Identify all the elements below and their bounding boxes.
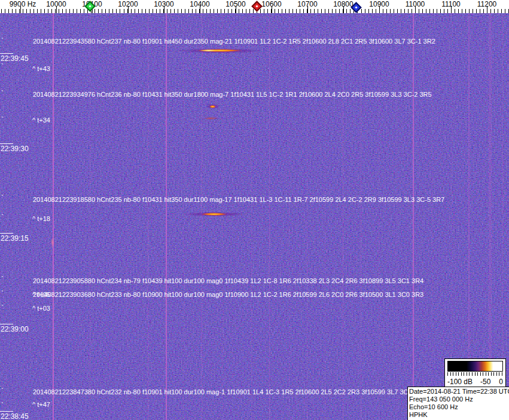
- ruler-minor-tick: [44, 9, 45, 13]
- ruler-minor-tick: [314, 9, 315, 13]
- time-tick: [0, 53, 13, 54]
- time-label: 22:38:45: [1, 412, 29, 420]
- interference-line: [223, 13, 223, 420]
- ruler-minor-tick: [253, 9, 254, 13]
- scale-tick: [447, 372, 448, 376]
- meteor-echo-monitor: 22:39:4522:39:3022:39:1522:39:0022:38:45…: [0, 0, 509, 420]
- scale-labels: -100 dB -50 0: [446, 378, 504, 387]
- interference-line: [413, 13, 414, 420]
- ruler-minor-tick: [33, 9, 34, 13]
- detection-time-offset: ^ t+43: [32, 65, 50, 72]
- interference-line: [127, 13, 127, 420]
- ruler-minor-tick: [383, 9, 383, 13]
- scale-tick: [458, 372, 459, 376]
- ruler-minor-tick: [116, 9, 117, 13]
- ruler-minor-tick: [303, 9, 304, 13]
- db-max-label: 0: [499, 378, 503, 386]
- ruler-minor-tick: [401, 9, 401, 13]
- ruler-minor-tick: [239, 9, 239, 13]
- scale-tick: [496, 372, 497, 376]
- detection-text-row: 20140821223918580 hCnt235 nb-80 f10431 h…: [33, 196, 444, 203]
- ruler-minor-tick: [124, 9, 124, 13]
- ruler-minor-tick: [469, 9, 470, 13]
- event-tick: `: [1, 90, 5, 97]
- scale-tick: [480, 372, 481, 376]
- ruler-minor-tick: [476, 9, 477, 13]
- ruler-minor-tick: [264, 9, 264, 13]
- ruler-minor-tick: [505, 9, 505, 13]
- scale-tick: [453, 372, 453, 376]
- ruler-minor-tick: [372, 9, 373, 13]
- ruler-minor-tick: [231, 9, 232, 13]
- detection-time-offset: ^ t+47: [32, 401, 50, 408]
- ruler-minor-tick: [310, 9, 311, 13]
- ruler-minor-tick: [16, 9, 16, 13]
- info-station-line: HPHK: [409, 411, 508, 419]
- diamond-dot-icon: [355, 6, 357, 8]
- ruler-minor-tick: [339, 9, 340, 13]
- meteor-echo-streak: [209, 105, 216, 108]
- ruler-minor-tick: [214, 9, 214, 13]
- scale-tick: [475, 372, 476, 376]
- ruler-minor-tick: [30, 9, 31, 13]
- event-tick: `: [1, 213, 5, 221]
- ruler-minor-tick: [210, 9, 211, 13]
- ruler-minor-tick: [95, 9, 95, 13]
- detection-text-row: 20140821223943580 hCnt237 nb-80 f10901 h…: [33, 38, 435, 45]
- time-label: 22:39:45: [1, 54, 29, 63]
- status-info-box: Date=2014-08-21 Time=22:38 UTC Freq=143 …: [407, 387, 509, 420]
- ruler-minor-tick: [73, 9, 74, 13]
- time-tick: [0, 143, 13, 144]
- ruler-label: 10600: [261, 0, 281, 8]
- interference-line: [361, 13, 361, 420]
- ruler-minor-tick: [77, 9, 77, 13]
- ruler-minor-tick: [494, 9, 495, 13]
- ruler-minor-tick: [404, 9, 405, 13]
- ruler-minor-tick: [221, 9, 221, 13]
- ruler-minor-tick: [458, 9, 459, 13]
- ruler-label: 11200: [477, 0, 496, 8]
- event-tick: `: [1, 304, 5, 312]
- ruler-minor-tick: [109, 9, 109, 13]
- event-tick: `: [1, 116, 5, 124]
- time-label: 22:39:15: [1, 234, 29, 243]
- ruler-minor-tick: [433, 9, 434, 13]
- info-echo-line: Echo=10 600 Hz: [409, 403, 508, 411]
- ruler-minor-tick: [228, 9, 228, 13]
- ruler-minor-tick: [41, 9, 41, 13]
- ruler-minor-tick: [365, 9, 365, 13]
- ruler-minor-tick: [462, 9, 462, 13]
- scale-tick: [493, 372, 494, 376]
- ruler-minor-tick: [437, 9, 437, 13]
- scale-tick: [456, 372, 456, 376]
- time-tick: [0, 233, 13, 234]
- ruler-minor-tick: [285, 9, 286, 13]
- ruler-minor-tick: [300, 9, 300, 13]
- ruler-minor-tick: [84, 9, 84, 13]
- time-tick: [0, 411, 13, 412]
- meteor-echo-streak: [203, 117, 219, 119]
- db-color-scale: -100 dB -50 0: [444, 358, 506, 387]
- ruler-minor-tick: [19, 9, 20, 13]
- ruler-minor-tick: [278, 9, 279, 13]
- scale-tick: [486, 372, 486, 376]
- diamond-dot-icon: [255, 5, 258, 7]
- event-tick: `: [1, 275, 5, 283]
- ruler-minor-tick: [328, 9, 329, 13]
- meteor-echo-streak: [201, 213, 227, 216]
- ruler-label: 10300: [154, 0, 173, 8]
- ruler-minor-tick: [135, 9, 135, 13]
- interference-line: [397, 13, 397, 420]
- interference-line: [289, 13, 289, 420]
- ruler-minor-tick: [465, 9, 466, 13]
- ruler-minor-tick: [185, 9, 185, 13]
- ruler-label: 10400: [190, 0, 209, 8]
- frequency-ruler[interactable]: 9900 Hz100001010010200103001040010500106…: [0, 0, 509, 13]
- ruler-minor-tick: [142, 9, 142, 13]
- ruler-minor-tick: [37, 9, 38, 13]
- ruler-minor-tick: [249, 9, 250, 13]
- scale-tick: [491, 372, 492, 376]
- ruler-minor-tick: [23, 9, 23, 13]
- db-min-label: -100 dB: [447, 378, 473, 386]
- scale-tick: [461, 372, 462, 376]
